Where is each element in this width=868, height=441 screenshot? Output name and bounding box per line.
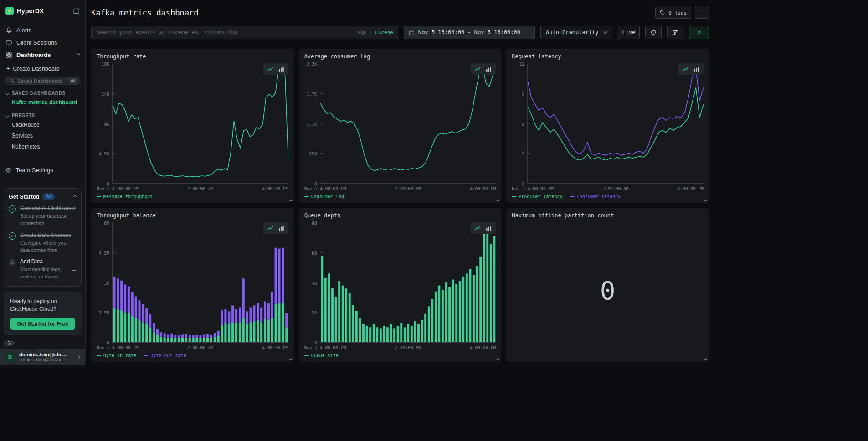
resize-handle[interactable] [704,357,707,360]
chevron-down-icon [604,30,607,34]
step-desc: Set up your database connection [20,213,68,226]
bar-chart-icon[interactable] [486,225,492,231]
panel-average-consumer-lag: Average consumer lag2.2K1.7K1.1K5500Nov … [299,49,502,203]
y-tick-label: 12 [519,62,524,67]
line-chart-icon[interactable] [475,66,481,72]
chevron-down-icon [5,91,9,95]
sidebar-item-team-settings[interactable]: ⚙ Team Settings [0,164,85,176]
x-tick-label: 2:00:00 AM [187,345,213,350]
y-tick-label: 80 [312,220,317,226]
legend-item[interactable]: Message throughput [97,194,153,199]
x-tick-label: 4:00:00 PM [678,186,704,191]
y-tick-label: 14K [102,91,109,96]
saved-dashboards-search-input[interactable] [17,78,66,84]
page-title: Kafka metrics dashboard [91,8,198,17]
resize-handle[interactable] [497,198,499,201]
legend-label: Producer latency [519,194,562,199]
sidebar-item-dashboards[interactable]: Dashboards [0,49,85,61]
x-axis: Nov 5 4:00:00 PM2:00:00 AM4:00:00 PM [97,184,288,191]
legend-item[interactable]: Byte in rate [97,353,136,358]
line-chart-icon[interactable] [475,225,481,231]
saved-dashboards-search[interactable]: ⌘K [5,77,81,85]
date-range-picker[interactable]: Nov 5 16:00:00 - Nov 6 16:00:00 [404,26,535,39]
legend-label: Consumer latency [577,194,621,199]
step-title: Connect to ClickHouse [20,205,77,211]
panel-title: Queue depth [304,212,496,219]
bar-chart-icon[interactable] [278,225,284,231]
chevron-down-icon [5,113,9,117]
panel-title: Average consumer lag [304,53,496,60]
resize-handle[interactable] [289,357,292,360]
legend-label: Byte in rate [103,353,136,358]
line-chart-icon[interactable] [683,66,688,72]
sql-toggle[interactable]: SQL [358,30,367,36]
x-tick-label: 2:00:00 AM [395,345,421,350]
app-root: ⚡ HyperDX Alerts Client Sessions Dashboa… [0,0,868,362]
plot-area [527,64,704,184]
get-started-header[interactable]: Get Started 2/3 [9,193,77,200]
step-number-icon: 3 [9,259,16,266]
get-started-step-connect[interactable]: ✓ Connect to ClickHouse Set up your data… [9,205,77,227]
line-chart-icon[interactable] [267,225,273,231]
dashboard-menu-button[interactable]: ⋮ [695,7,709,19]
legend-dash [304,355,309,356]
granularity-select[interactable]: Auto Granularity [540,26,612,39]
presets-header[interactable]: PRESETS [0,108,85,119]
lucene-toggle[interactable]: Lucene [375,30,393,36]
sidebar-collapse-icon[interactable] [73,8,80,15]
create-dashboard-label: Create Dashboard [13,66,60,72]
plot-area [320,64,496,184]
brand-row: ⚡ HyperDX [0,0,85,15]
bar-chart-icon[interactable] [693,66,699,72]
filter-button[interactable] [667,26,683,39]
legend-item[interactable]: Consumer latency [570,194,621,199]
bar-chart-icon[interactable] [486,66,492,72]
get-started-card: Get Started 2/3 ✓ Connect to ClickHouse … [4,188,82,287]
sidebar: ⚡ HyperDX Alerts Client Sessions Dashboa… [0,0,86,362]
help-button[interactable]: ? [4,340,15,346]
create-dashboard-button[interactable]: + Create Dashboard [0,61,85,73]
query-language-toggle: SQL | Lucene [358,30,393,36]
y-tick-label: 0 [314,181,317,186]
legend-item[interactable]: Byte out rate [144,353,186,358]
bar-chart-icon[interactable] [278,66,284,72]
event-search-input[interactable] [96,29,354,36]
get-started-step-sources[interactable]: ✓ Create Data Sources Configure where yo… [9,232,77,254]
resize-handle[interactable] [497,357,499,360]
x-tick-label: 2:00:00 AM [602,186,628,191]
y-tick-label: 1.5M [99,310,109,315]
y-tick-label: 3 [522,151,525,156]
run-query-button[interactable] [689,26,709,39]
panel-title: Throughput rate [97,53,288,60]
refresh-button[interactable] [645,26,662,39]
sidebar-item-client-sessions[interactable]: Client Sessions [0,36,85,49]
gear-icon: ⚙ [5,167,11,174]
saved-dashboards-header[interactable]: SAVED DASHBOARDS [0,86,85,97]
panel-request-latency: Request latency129630Nov 5 4:00:00 PM2:0… [506,49,709,203]
panel-title: Throughput balance [97,212,288,219]
user-menu[interactable]: D dominic.tran@clic... dominic.tran@clic… [0,349,85,365]
get-started-step-add-data[interactable]: 3 Add Data Start sending logs, metrics, … [9,258,77,280]
resize-handle[interactable] [289,198,292,201]
panel-throughput-balance: Throughput balance6M4.5M3M1.5M0Nov 5 4:0… [91,208,294,362]
y-tick-label: 0 [522,181,525,186]
legend-item[interactable]: Producer latency [512,194,562,199]
y-tick-label: 20 [312,310,317,315]
line-chart-icon[interactable] [267,66,273,72]
sidebar-item-clickhouse[interactable]: ClickHouse [0,119,85,130]
sidebar-item-kubernetes[interactable]: Kubernetes [0,141,85,152]
live-button[interactable]: Live [618,26,640,39]
event-search-box[interactable]: SQL | Lucene [91,26,398,39]
legend-item[interactable]: Queue size [304,353,339,358]
query-toolbar: SQL | Lucene Nov 5 16:00:00 - Nov 6 16:0… [91,26,709,39]
resize-handle[interactable] [704,198,707,201]
user-name: dominic.tran@clic... [19,352,73,357]
y-axis: 806040200 [304,223,320,343]
sidebar-item-alerts[interactable]: Alerts [0,24,85,36]
tag-icon [660,10,666,16]
get-started-free-button[interactable]: Get Started for Free [10,318,75,330]
sidebar-item-services[interactable]: Services [0,130,85,141]
sidebar-item-kafka-dashboard[interactable]: Kafka metrics dashboard [0,97,85,108]
tags-button[interactable]: 0 Tags [655,7,691,19]
legend-item[interactable]: Consumer lag [304,194,344,199]
